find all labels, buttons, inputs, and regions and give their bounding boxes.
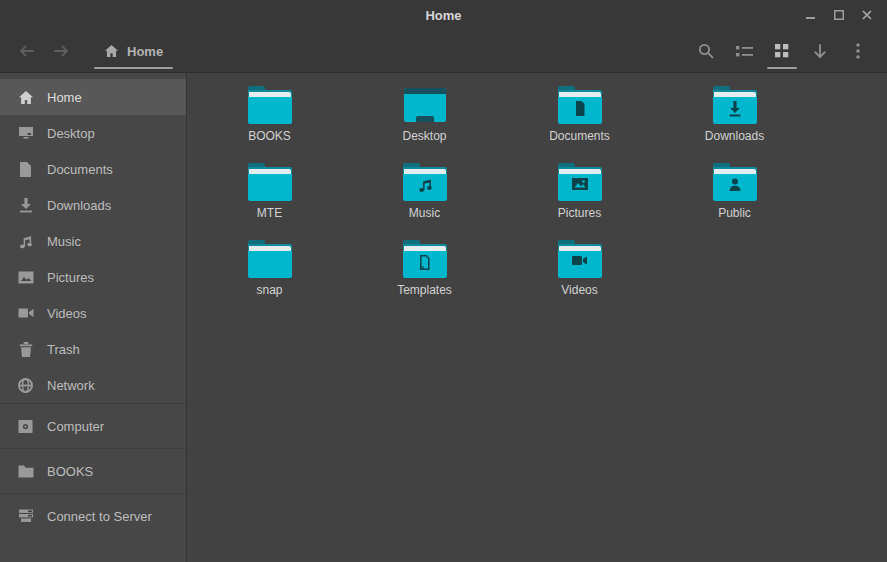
sidebar-item-desktop[interactable]: Desktop (0, 115, 186, 151)
maximize-icon (834, 10, 844, 20)
arrow-forward-icon (53, 45, 69, 57)
breadcrumb-label: Home (127, 44, 163, 59)
file-label: snap (256, 283, 282, 297)
sidebar-item-pictures[interactable]: Pictures (0, 259, 186, 295)
home-icon (17, 89, 34, 106)
download-arrow-icon (813, 44, 827, 59)
file-item-music[interactable]: Music (347, 161, 502, 238)
file-item-pictures[interactable]: Pictures (502, 161, 657, 238)
sidebar-item-label: BOOKS (47, 464, 93, 479)
search-button[interactable] (691, 30, 721, 72)
sidebar-item-connect-to-server[interactable]: Connect to Server (0, 494, 186, 538)
file-manager-window: Home (0, 0, 887, 562)
template-page-glyph-icon (403, 254, 447, 271)
sidebar-item-label: Downloads (47, 198, 111, 213)
breadcrumb-home[interactable]: Home (92, 30, 175, 72)
sidebar-item-label: Pictures (47, 270, 94, 285)
sidebar-item-label: Videos (47, 306, 87, 321)
sidebar-item-label: Home (47, 90, 82, 105)
sidebar-item-label: Computer (47, 419, 104, 434)
grid-view-button[interactable] (767, 30, 797, 72)
forward-button[interactable] (44, 30, 78, 72)
computer-icon (17, 418, 34, 435)
music-icon (17, 233, 34, 250)
folder-icon (17, 463, 34, 480)
window-controls (797, 0, 881, 30)
documents-folder-icon (558, 86, 602, 124)
video-camera-glyph-icon (558, 254, 602, 267)
sidebar-item-network[interactable]: Network (0, 367, 186, 403)
network-icon (17, 377, 34, 394)
list-view-button[interactable] (729, 30, 759, 72)
file-label: Videos (561, 283, 597, 297)
file-label: Templates (397, 283, 452, 297)
toolbar: Home (0, 30, 887, 73)
arrow-back-icon (19, 45, 35, 57)
sidebar-item-books[interactable]: BOOKS (0, 449, 186, 493)
sidebar-item-label: Music (47, 234, 81, 249)
file-item-books[interactable]: BOOKS (192, 84, 347, 161)
sidebar-item-label: Trash (47, 342, 80, 357)
close-icon (862, 10, 872, 20)
file-label: MTE (257, 206, 282, 220)
templates-folder-icon (403, 240, 447, 278)
videos-icon (17, 305, 34, 322)
grid-view-icon (775, 44, 789, 58)
file-item-desktop[interactable]: Desktop (347, 84, 502, 161)
trash-icon (17, 341, 34, 358)
file-label: Documents (549, 129, 610, 143)
file-label: Pictures (558, 206, 601, 220)
file-item-videos[interactable]: Videos (502, 238, 657, 315)
document-icon (17, 161, 34, 178)
kebab-menu-icon (856, 43, 860, 59)
file-label: Desktop (402, 129, 446, 143)
file-item-templates[interactable]: Templates (347, 238, 502, 315)
file-grid: BOOKS Desktop (187, 73, 887, 315)
file-label: Public (718, 206, 751, 220)
server-icon (17, 508, 34, 525)
maximize-button[interactable] (825, 0, 853, 30)
search-icon (698, 43, 714, 59)
back-button[interactable] (10, 30, 44, 72)
downloads-folder-icon (713, 86, 757, 124)
image-glyph-icon (558, 177, 602, 191)
file-item-mte[interactable]: MTE (192, 161, 347, 238)
file-item-snap[interactable]: snap (192, 238, 347, 315)
titlebar: Home (0, 0, 887, 30)
home-icon (104, 44, 119, 58)
minimize-icon (806, 10, 816, 20)
file-label: BOOKS (248, 129, 291, 143)
file-item-downloads[interactable]: Downloads (657, 84, 812, 161)
document-glyph-icon (558, 100, 602, 117)
pictures-folder-icon (558, 163, 602, 201)
public-folder-icon (713, 163, 757, 201)
file-item-public[interactable]: Public (657, 161, 812, 238)
sort-download-button[interactable] (805, 30, 835, 72)
menu-button[interactable] (843, 30, 873, 72)
window-title: Home (425, 8, 461, 23)
pictures-icon (17, 269, 34, 286)
file-label: Music (409, 206, 440, 220)
sidebar-item-home[interactable]: Home (0, 79, 186, 115)
sidebar-item-documents[interactable]: Documents (0, 151, 186, 187)
sidebar-item-computer[interactable]: Computer (0, 404, 186, 448)
sidebar: Home Desktop Documents Downloads (0, 73, 187, 562)
sidebar-item-label: Documents (47, 162, 113, 177)
sidebar-item-music[interactable]: Music (0, 223, 186, 259)
sidebar-item-label: Connect to Server (47, 509, 152, 524)
sidebar-item-downloads[interactable]: Downloads (0, 187, 186, 223)
close-button[interactable] (853, 0, 881, 30)
file-pane[interactable]: BOOKS Desktop (187, 73, 887, 562)
sidebar-item-videos[interactable]: Videos (0, 295, 186, 331)
folder-icon (248, 163, 292, 201)
file-label: Downloads (705, 129, 764, 143)
sidebar-item-trash[interactable]: Trash (0, 331, 186, 367)
sidebar-item-label: Desktop (47, 126, 95, 141)
download-icon (17, 197, 34, 214)
minimize-button[interactable] (797, 0, 825, 30)
download-glyph-icon (713, 100, 757, 117)
file-item-documents[interactable]: Documents (502, 84, 657, 161)
videos-folder-icon (558, 240, 602, 278)
music-folder-icon (403, 163, 447, 201)
folder-icon (248, 86, 292, 124)
